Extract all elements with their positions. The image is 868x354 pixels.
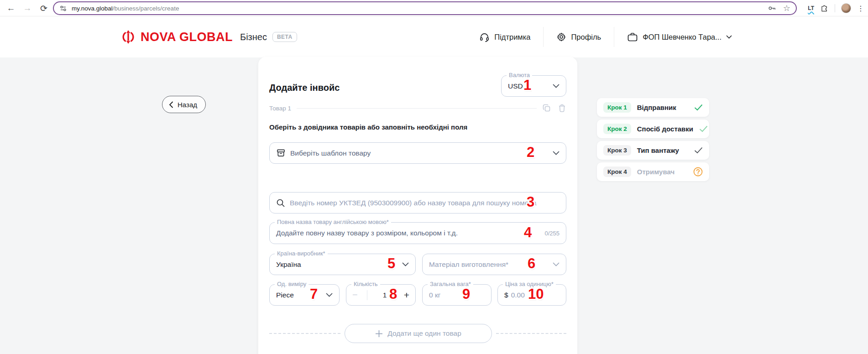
quantity-stepper[interactable]: Кількість − 1 + 8 [346,284,416,306]
site-settings-icon[interactable] [59,5,67,12]
material-placeholder: Матеріал виготовлення* [429,260,508,269]
app-header: NOVA GLOBAL Бізнес BETA Підтримка [0,16,868,57]
step-4-recipient[interactable]: Крок 4 Отримувач [597,162,709,181]
material-select[interactable]: Матеріал виготовлення* 6 [422,254,566,275]
support-menu-item[interactable]: Підтримка [466,32,543,42]
step-label: Отримувач [637,168,675,176]
check-icon [694,147,703,154]
url-host: my.nova.global [72,5,113,12]
archive-box-icon [276,148,286,158]
uktzed-search-input[interactable]: Введіть номер УКТЗЕД (9503009900) або на… [269,192,566,213]
chevron-down-icon [553,262,559,266]
weight-label: Загальна вага* [428,281,473,287]
step-3-cargo-type[interactable]: Крок 3 Тип вантажу [597,141,709,160]
price-currency-symbol: $ [504,291,508,299]
step-badge: Крок 1 [603,102,631,113]
chevron-down-icon [402,262,409,266]
step-2-delivery-method[interactable]: Крок 2 Спосіб доставки [597,120,709,138]
question-circle-icon [693,167,703,177]
weight-placeholder: 0 кг [429,291,440,299]
back-button-label: Назад [178,101,197,109]
quantity-label: Кількість [351,281,380,287]
browser-profile-avatar[interactable] [841,3,851,13]
unit-label: Од. виміру [275,281,309,287]
brand-name: NOVA GLOBAL [141,30,233,44]
brand-logo[interactable]: NOVA GLOBAL Бізнес BETA [121,16,297,57]
toolbar-divider [835,4,835,12]
quantity-plus-button[interactable]: + [404,290,409,301]
product-section-label: Товар 1 [269,105,291,112]
back-button[interactable]: Назад [162,96,206,113]
check-icon [694,104,703,111]
check-icon [699,125,708,132]
unit-select[interactable]: Од. виміру Piece 7 [269,284,340,306]
total-weight-input[interactable]: Загальна вага* 0 кг 9 [422,284,492,306]
product-template-select[interactable]: Виберіть шаблон товару 2 [269,142,566,164]
unit-value: Piece [276,291,294,299]
account-switcher[interactable]: ФОП Шевченко Тара... [614,32,745,42]
price-label: Ціна за одиницю* [503,281,556,287]
delete-product-icon[interactable] [558,104,566,113]
beta-badge: BETA [272,32,297,42]
page: ← → ⟳ my.nova.global/business/parcels/cr… [0,0,868,354]
browser-forward-icon[interactable]: → [21,2,34,15]
price-placeholder: 0.00 [511,291,525,299]
bookmark-star-icon[interactable]: ☆ [783,3,790,13]
step-badge: Крок 3 [603,145,631,156]
dashed-divider-left [269,333,340,334]
currency-value: USD [508,82,523,90]
extensions-puzzle-icon[interactable] [820,4,829,13]
step-badge: Крок 2 [603,124,631,134]
step-badge: Крок 4 [603,167,631,177]
browser-chrome: ← → ⟳ my.nova.global/business/parcels/cr… [0,0,868,16]
product-name-label: Повна назва товару англійською мовою* [275,219,391,225]
support-label: Підтримка [494,33,530,42]
headset-icon [479,32,490,42]
step-label: Відправник [637,104,676,111]
stepper-divider [367,290,367,300]
product-section-row: Товар 1 [269,104,566,113]
country-value: Україна [276,260,301,269]
quantity-minus-button[interactable]: − [352,290,358,300]
url-text[interactable]: my.nova.global/business/parcels/create [72,5,179,12]
chevron-down-icon [553,151,559,155]
duplicate-product-icon[interactable] [542,104,551,113]
briefcase-icon [627,32,638,42]
add-product-label: Додати ще один товар [387,329,461,338]
product-name-input[interactable]: Повна назва товару англійською мовою* До… [269,222,566,244]
invoice-card: Додайте інвойс Валюта USD 1 Товар 1 [258,57,577,354]
profile-menu-item[interactable]: Профіль [544,32,614,42]
char-counter: 0/255 [544,230,559,237]
profile-label: Профіль [571,33,601,42]
add-product-button[interactable]: Додати ще один товар [345,324,492,343]
uktzed-search-placeholder: Введіть номер УКТЗЕД (9503009900) або на… [290,199,537,207]
unit-price-input[interactable]: Ціна за одиницю* $ 0.00 10 [497,284,566,306]
country-select[interactable]: Країна-виробник* Україна 5 [269,254,416,275]
product-hint: Оберіть з довідника товарів або заповніт… [269,123,467,131]
product-divider-line [297,108,537,109]
quantity-value: 1 [383,291,387,299]
browser-menu-icon[interactable]: ⋮ [857,4,864,13]
gear-icon [556,32,566,42]
currency-select[interactable]: Валюта USD 1 [501,75,566,97]
step-label: Спосіб доставки [637,125,693,133]
address-bar[interactable]: my.nova.global/business/parcels/create ☆ [53,1,797,15]
browser-back-icon[interactable]: ← [5,2,17,15]
currency-label: Валюта [507,72,532,78]
dashed-divider-right [496,333,566,334]
languagetool-extension-icon[interactable]: LT [808,5,814,11]
chevron-down-icon [726,35,732,39]
browser-reload-icon[interactable]: ⟳ [37,2,50,15]
country-label: Країна-виробник* [275,250,328,257]
step-1-sender[interactable]: Крок 1 Відправник [597,98,709,117]
nova-global-logo-icon [121,30,135,44]
brand-product-label: Бізнес [240,32,267,42]
step-label: Тип вантажу [637,146,679,154]
account-label: ФОП Шевченко Тара... [643,33,722,42]
password-key-icon[interactable] [768,4,777,13]
chevron-down-icon [553,84,559,88]
chevron-left-icon [169,101,173,108]
invoice-title: Додайте інвойс [269,83,340,93]
template-select-placeholder: Виберіть шаблон товару [290,149,371,157]
product-name-placeholder: Додайте повну назву товару з розміром, к… [276,229,458,237]
